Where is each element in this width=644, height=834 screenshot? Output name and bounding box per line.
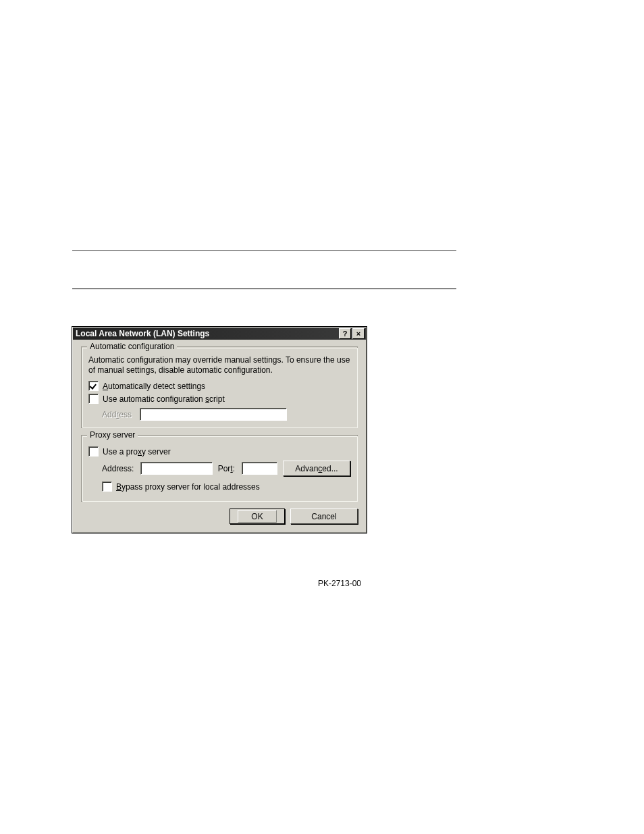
auto-script-label-pre: Use automatic configuration xyxy=(103,394,205,404)
auto-script-row: Use automatic configuration script xyxy=(88,394,350,404)
advanced-button[interactable]: Advanced... xyxy=(283,461,350,476)
auto-detect-accesskey: A xyxy=(103,382,108,391)
separator-rule-2 xyxy=(72,288,456,290)
automatic-config-legend: Automatic configuration xyxy=(87,342,177,351)
use-proxy-label-pre: Use a pro xyxy=(103,447,138,457)
auto-script-address-row: Address xyxy=(102,408,350,421)
use-proxy-row: Use a proxy server xyxy=(88,446,350,457)
ok-button-label: OK xyxy=(238,510,277,523)
auto-script-address-input[interactable] xyxy=(140,408,287,421)
use-proxy-label[interactable]: Use a proxy server xyxy=(103,447,171,457)
lan-settings-dialog: Local Area Network (LAN) Settings ? × Au… xyxy=(72,326,367,533)
titlebar[interactable]: Local Area Network (LAN) Settings ? × xyxy=(73,328,366,340)
ok-button[interactable]: OK xyxy=(230,509,285,524)
page: Local Area Network (LAN) Settings ? × Au… xyxy=(0,0,644,834)
auto-detect-checkbox[interactable] xyxy=(88,381,99,391)
bypass-row: Bypass proxy server for local addresses xyxy=(102,481,350,492)
proxy-port-input[interactable] xyxy=(242,462,277,475)
auto-script-label-post: cript xyxy=(209,394,225,404)
auto-detect-label-post: utomatically detect settings xyxy=(108,382,205,391)
help-icon[interactable]: ? xyxy=(339,328,351,339)
auto-address-pre: Add xyxy=(102,410,116,419)
window-title: Local Area Network (LAN) Settings xyxy=(76,328,338,340)
dialog-buttons: OK Cancel xyxy=(81,509,358,524)
bypass-label[interactable]: Bypass proxy server for local addresses xyxy=(116,482,260,492)
bypass-checkbox[interactable] xyxy=(102,481,112,492)
auto-script-label[interactable]: Use automatic configuration script xyxy=(103,394,225,404)
advanced-post: ed... xyxy=(322,464,338,473)
auto-script-address-label: Address xyxy=(102,410,140,419)
automatic-config-group: Automatic configuration Automatic config… xyxy=(81,346,358,428)
cancel-button[interactable]: Cancel xyxy=(290,509,358,524)
advanced-pre: Advan xyxy=(295,464,318,473)
automatic-config-description: Automatic configuration may override man… xyxy=(88,355,350,375)
proxy-port-post: : xyxy=(233,464,235,473)
separator-rule-1 xyxy=(72,250,456,251)
proxy-address-input[interactable] xyxy=(140,462,212,475)
auto-detect-label[interactable]: Automatically detect settings xyxy=(103,382,205,391)
figure-id: PK-2713-00 xyxy=(318,579,361,588)
bypass-label-post: ypass proxy server for local addresses xyxy=(122,482,260,492)
proxy-address-label: Address: xyxy=(102,464,134,473)
proxy-port-label: Port: xyxy=(218,464,235,473)
bypass-accesskey: B xyxy=(116,482,122,492)
auto-address-post: ess xyxy=(119,410,132,419)
proxy-fields-row: Address: Port: Advanced... xyxy=(102,461,350,476)
proxy-port-pre: Por xyxy=(218,464,231,473)
use-proxy-label-post: y server xyxy=(142,447,171,457)
proxy-server-group: Proxy server Use a proxy server Address:… xyxy=(81,435,358,502)
auto-detect-row: Automatically detect settings xyxy=(88,381,350,391)
use-proxy-checkbox[interactable] xyxy=(88,446,99,457)
proxy-server-legend: Proxy server xyxy=(87,430,138,440)
close-icon[interactable]: × xyxy=(352,328,365,339)
auto-script-checkbox[interactable] xyxy=(88,394,99,404)
